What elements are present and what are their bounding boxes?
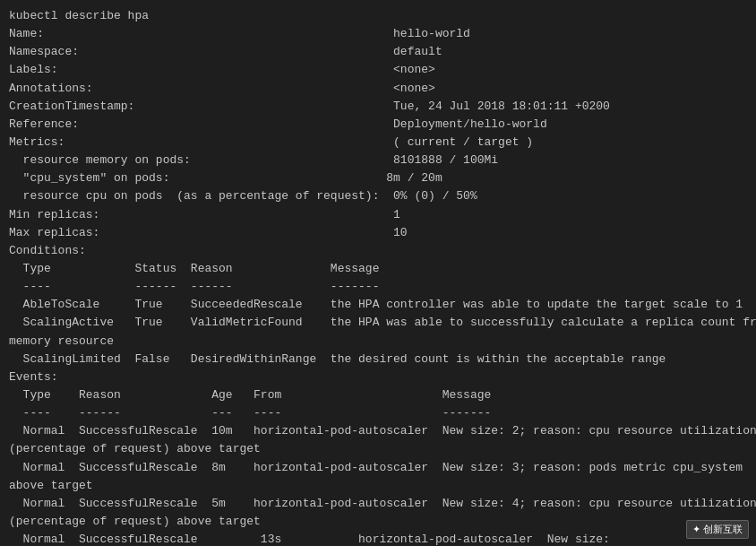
terminal-line: "cpu_system" on pods: 8m / 20m — [9, 169, 747, 187]
terminal-line: Reference: Deployment/hello-world — [9, 116, 747, 134]
terminal-line: Normal SuccessfulRescale 13s horizontal-… — [9, 531, 747, 546]
terminal-line: Events: — [9, 368, 747, 386]
terminal-line: Labels: <none> — [9, 61, 747, 79]
terminal-line: kubectl describe hpa — [9, 7, 747, 25]
terminal-line: Max replicas: 10 — [9, 224, 747, 242]
terminal-line: Annotations: <none> — [9, 80, 747, 98]
terminal-line: Normal SuccessfulRescale 5m horizontal-p… — [9, 495, 747, 513]
terminal-line: Namespace: default — [9, 43, 747, 61]
terminal-line: Metrics: ( current / target ) — [9, 134, 747, 152]
terminal-line: ScalingActive True ValidMetricFound the … — [9, 314, 747, 332]
terminal-line: resource memory on pods: 8101888 / 100Mi — [9, 152, 747, 169]
terminal-line: AbleToScale True SucceededRescale the HP… — [9, 296, 747, 314]
terminal-line: ---- ------ ------ ------- — [9, 278, 747, 296]
terminal-line: ScalingLimited False DesiredWithinRange … — [9, 351, 747, 368]
terminal-line: Name: hello-world — [9, 25, 747, 43]
terminal-line: ---- ------ --- ---- ------- — [9, 404, 747, 422]
terminal-line: (percentage of request) above target — [9, 513, 747, 531]
terminal-line: Normal SuccessfulRescale 10m horizontal-… — [9, 422, 747, 440]
terminal-line: Normal SuccessfulRescale 8m horizontal-p… — [9, 459, 747, 477]
terminal-line: Type Status Reason Message — [9, 260, 747, 278]
terminal-line: (percentage of request) above target — [9, 440, 747, 458]
terminal-line: resource cpu on pods (as a percentage of… — [9, 187, 747, 205]
terminal-line: Min replicas: 1 — [9, 206, 747, 224]
terminal-line: above target — [9, 477, 747, 495]
terminal-window: kubectl describe hpaName: hello-worldNam… — [0, 0, 756, 546]
terminal-line: memory resource — [9, 333, 747, 351]
terminal-line: CreationTimestamp: Tue, 24 Jul 2018 18:0… — [9, 98, 747, 116]
terminal-line: Conditions: — [9, 242, 747, 260]
terminal-line: Type Reason Age From Message — [9, 386, 747, 404]
watermark: ✦ 创新互联 — [686, 520, 749, 539]
